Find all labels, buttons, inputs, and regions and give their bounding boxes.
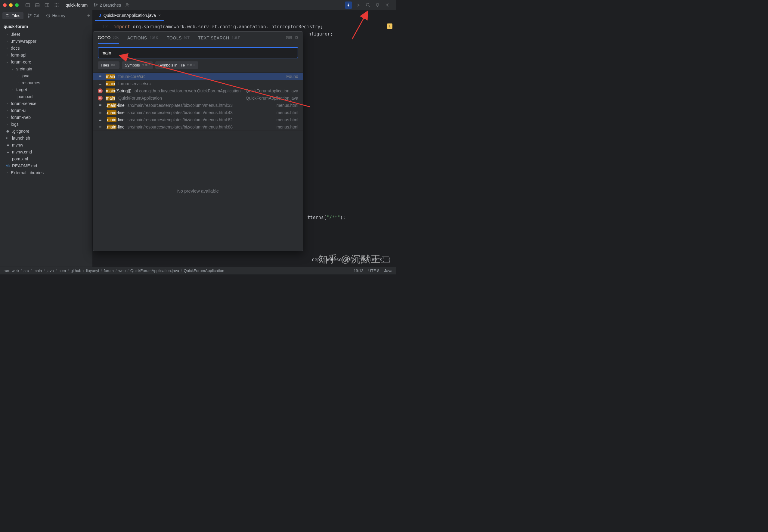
tree-node[interactable]: pom.xml	[0, 93, 92, 100]
goto-filter-chips: Files⌘PSymbols⇧⌘PSymbols in File⇧⌘O	[93, 61, 303, 73]
notifications-icon[interactable]	[374, 2, 381, 9]
panel-bottom-icon[interactable]	[34, 2, 41, 9]
goto-tab[interactable]: GOTO⌘K	[98, 35, 119, 44]
close-tab-icon[interactable]: ×	[158, 13, 161, 18]
crumb[interactable]: com	[58, 268, 66, 273]
panel-left-icon[interactable]	[24, 2, 31, 9]
filter-chip[interactable]: Files⌘P	[98, 61, 119, 69]
tree-node[interactable]: ›docs	[0, 45, 92, 51]
svg-point-13	[56, 6, 57, 7]
watermark: 知乎 @沉默王二	[318, 253, 391, 266]
expand-arrow-icon: ⌄	[11, 67, 14, 70]
cursor-position[interactable]: 19:13	[354, 268, 364, 273]
expand-arrow-icon: ›	[5, 102, 9, 105]
crumb[interactable]: main	[33, 268, 42, 273]
tree-node[interactable]: M↓README.md	[0, 162, 92, 169]
expand-arrow-icon: ›	[5, 46, 9, 50]
tree-node[interactable]: ›.mvn/wrapper	[0, 38, 92, 45]
svg-point-17	[96, 4, 98, 5]
svg-point-14	[58, 6, 59, 7]
add-collaborator-icon[interactable]	[124, 2, 131, 9]
panel-right-icon[interactable]	[43, 2, 51, 9]
expand-arrow-icon: ›	[5, 32, 9, 36]
minimize-window-icon[interactable]	[9, 3, 13, 7]
keyboard-icon[interactable]: ⌨	[286, 35, 292, 44]
crumb[interactable]: QuickForumApplication.java	[130, 268, 179, 273]
crumb[interactable]: rum-web	[4, 268, 19, 273]
sidebar-tab-history[interactable]: History	[43, 12, 68, 19]
encoding[interactable]: UTF-8	[368, 268, 379, 273]
maximize-window-icon[interactable]	[15, 3, 19, 7]
crumb[interactable]: QuickForumApplication	[184, 268, 224, 273]
crumb[interactable]: web	[119, 268, 126, 273]
tree-node[interactable]: >_launch.sh	[0, 135, 92, 141]
window-controls	[3, 3, 19, 7]
language-mode[interactable]: Java	[384, 268, 392, 273]
tree-node[interactable]: ≡mvnw.cmd	[0, 148, 92, 155]
goto-input[interactable]	[98, 47, 298, 58]
branches-indicator[interactable]: 2 Branches	[94, 3, 121, 8]
warnings-badge[interactable]: 1	[387, 23, 392, 29]
goto-tab[interactable]: ACTIONS⇧⌘K	[127, 35, 158, 44]
expand-arrow-icon: ›	[16, 74, 20, 77]
tree-node[interactable]: ›target	[0, 86, 92, 93]
breadcrumbs[interactable]: rum-web/src/main/java/com/github/liuyuey…	[4, 268, 224, 273]
result-type-icon: ≡	[98, 125, 103, 129]
tree-node-label: logs	[11, 122, 19, 127]
add-panel-icon[interactable]: +	[87, 13, 90, 18]
settings-icon[interactable]	[383, 2, 391, 9]
tree-node[interactable]: ›resources	[0, 79, 92, 86]
titlebar: quick-forum 2 Branches	[0, 0, 396, 10]
sidebar-tab-git[interactable]: Git	[25, 12, 42, 19]
tree-node[interactable]: ›External Libraries	[0, 169, 92, 176]
result-row[interactable]: mmain QuickForumApplicationQuickForumApp…	[93, 94, 303, 102]
result-row[interactable]: mmain(String[]) of com.github.liuyueyi.f…	[93, 87, 303, 94]
crumb[interactable]: liuyueyi	[86, 268, 99, 273]
search-icon[interactable]	[364, 2, 371, 9]
tree-node[interactable]: ›.fleet	[0, 31, 92, 38]
tree-node[interactable]: ⌄src/main	[0, 65, 92, 72]
apps-grid-icon[interactable]	[53, 2, 60, 9]
project-root[interactable]: quick-forum	[0, 22, 92, 31]
sidebar-tabs: Files Git History +	[0, 10, 92, 21]
sidebar-tab-files[interactable]: Files	[2, 12, 23, 19]
goto-tab[interactable]: TEXT SEARCH⇧⌘F	[198, 35, 240, 44]
tree-node[interactable]: ≡mvnw	[0, 141, 92, 148]
tree-node[interactable]: ◆.gitignore	[0, 128, 92, 135]
result-type-icon: ≡	[98, 81, 103, 86]
result-row[interactable]: ≡.main-line src/main/resources/templates…	[93, 116, 303, 123]
tree-node[interactable]: ⌄forum-core	[0, 58, 92, 65]
svg-rect-2	[36, 3, 39, 7]
result-row[interactable]: ≡main forum-service/src	[93, 80, 303, 87]
result-row[interactable]: ≡.main-line src/main/resources/templates…	[93, 102, 303, 109]
goto-tab[interactable]: TOOLS⌘T	[167, 35, 190, 44]
result-row[interactable]: ≡.main-line src/main/resources/templates…	[93, 109, 303, 116]
tree-node-label: forum-core	[11, 60, 31, 64]
folder-icon	[5, 14, 10, 18]
tree-node[interactable]: ›java	[0, 72, 92, 79]
crumb[interactable]: github	[71, 268, 81, 273]
tree-node-label: mvnw	[12, 143, 23, 147]
open-new-icon[interactable]: ⧉	[295, 35, 299, 44]
tree-node[interactable]: pom.xml	[0, 155, 92, 162]
crumb[interactable]: src	[23, 268, 29, 273]
result-row[interactable]: ≡.main-line src/main/resources/templates…	[93, 123, 303, 131]
filter-chip[interactable]: Symbols in File⇧⌘O	[155, 61, 198, 69]
result-row[interactable]: ≡main forum-core/srcFound	[93, 73, 303, 80]
filter-chip[interactable]: Symbols⇧⌘P	[122, 61, 153, 69]
crumb[interactable]: java	[47, 268, 54, 273]
tree-node[interactable]: ›forum-service	[0, 100, 92, 107]
crumb[interactable]: forum	[104, 268, 114, 273]
close-window-icon[interactable]	[3, 3, 7, 7]
result-type-icon: ≡	[98, 117, 103, 122]
tree-node[interactable]: ›logs	[0, 121, 92, 128]
tree-node[interactable]: ›forum-ui	[0, 107, 92, 114]
smart-mode-icon[interactable]	[345, 2, 352, 9]
tree-node[interactable]: ›forum-web	[0, 114, 92, 121]
project-name[interactable]: quick-forum	[66, 3, 88, 8]
tree-node[interactable]: ›form-api	[0, 51, 92, 58]
file-tab[interactable]: J QuickForumApplication.java ×	[95, 11, 164, 21]
branch-icon	[94, 3, 98, 7]
run-icon[interactable]	[355, 2, 362, 9]
tree-node-label: pom.xml	[12, 156, 28, 161]
